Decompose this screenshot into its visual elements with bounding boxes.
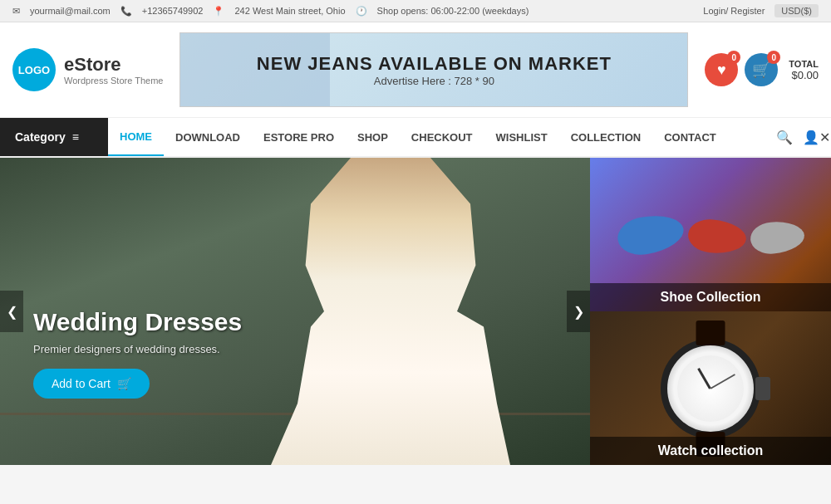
hours-text: Shop opens: 06:00-22:00 (weekdays) bbox=[377, 6, 529, 16]
hero-subtitle: Premier designers of wedding dresses. bbox=[33, 343, 242, 355]
login-register-link[interactable]: Login/ Register bbox=[703, 6, 765, 16]
header-icons: ♥ 0 🛒 0 TOTAL $0.00 bbox=[705, 53, 819, 86]
nav-icons: 🔍 👤✕ bbox=[770, 122, 831, 152]
watch-strap-top bbox=[696, 321, 725, 345]
brand-name: eStore bbox=[64, 54, 163, 76]
currency-selector[interactable]: USD($) bbox=[774, 4, 819, 17]
top-bar: ✉ yourmail@mail.com 📞 +12365749902 📍 242… bbox=[0, 0, 831, 22]
logo-area: LOGO eStore Wordpress Store Theme bbox=[12, 48, 163, 91]
address-text: 242 West Main street, Ohio bbox=[234, 6, 345, 16]
nav-link-estore-pro[interactable]: ESTORE PRO bbox=[252, 118, 346, 156]
nav-link-home[interactable]: HOME bbox=[108, 118, 164, 156]
watch-hour-hand bbox=[697, 368, 711, 389]
brand-tagline: Wordpress Store Theme bbox=[64, 76, 163, 86]
nav-link-download[interactable]: DOWNLOAD bbox=[164, 118, 252, 156]
nav-link-shop[interactable]: SHOP bbox=[346, 118, 400, 156]
watch-display bbox=[661, 339, 760, 438]
email-icon: ✉ bbox=[12, 6, 20, 17]
cart-icon: 🛒 bbox=[117, 377, 131, 390]
cart-badge: 0 bbox=[767, 51, 780, 64]
header: LOGO eStore Wordpress Store Theme NEW JE… bbox=[0, 22, 831, 118]
top-bar-right: Login/ Register USD($) bbox=[703, 4, 819, 17]
phone-text: +12365749902 bbox=[142, 6, 204, 16]
banner-ad[interactable]: NEW JEANS AVAILABLE ON MARKET Advertise … bbox=[179, 32, 688, 107]
phone-icon: 📞 bbox=[120, 6, 132, 17]
hero-slider: Wedding Dresses Premier designers of wed… bbox=[0, 158, 590, 465]
shoe-gray bbox=[749, 219, 805, 256]
banner-ad-inner: NEW JEANS AVAILABLE ON MARKET Advertise … bbox=[257, 53, 612, 87]
banner-subtitle: Advertise Here : 728 * 90 bbox=[257, 75, 612, 87]
shoe-blue bbox=[614, 210, 686, 258]
watch-face bbox=[677, 355, 744, 422]
slider-prev-button[interactable]: ❮ bbox=[0, 291, 23, 332]
shoe-display bbox=[601, 199, 821, 270]
wishlist-badge: 0 bbox=[727, 51, 740, 64]
watch-minute-hand bbox=[711, 374, 735, 389]
hero-overlay: Wedding Dresses Premier designers of wed… bbox=[33, 308, 242, 399]
main-content: Wedding Dresses Premier designers of wed… bbox=[0, 158, 831, 465]
nav-link-collection[interactable]: COLLECTION bbox=[559, 118, 653, 156]
shoe-red bbox=[686, 218, 747, 256]
logo-text: eStore Wordpress Store Theme bbox=[64, 54, 163, 86]
watch-crown bbox=[755, 377, 770, 400]
top-bar-left: ✉ yourmail@mail.com 📞 +12365749902 📍 242… bbox=[12, 6, 529, 17]
hero-woman-silhouette bbox=[258, 158, 524, 465]
total-display: TOTAL $0.00 bbox=[789, 59, 819, 81]
banner-title: NEW JEANS AVAILABLE ON MARKET bbox=[257, 53, 612, 75]
wishlist-button[interactable]: ♥ 0 bbox=[705, 53, 738, 86]
nav-links: HOME DOWNLOAD ESTORE PRO SHOP CHECKOUT W… bbox=[108, 118, 770, 156]
menu-icon: ≡ bbox=[72, 130, 79, 144]
logo-circle[interactable]: LOGO bbox=[12, 48, 56, 91]
nav-link-wishlist[interactable]: WISHLIST bbox=[484, 118, 559, 156]
total-amount: $0.00 bbox=[789, 69, 819, 81]
shoe-panel-label: Shoe Collection bbox=[590, 283, 831, 311]
nav-link-contact[interactable]: CONTACT bbox=[652, 118, 728, 156]
nav-bar: Category ≡ HOME DOWNLOAD ESTORE PRO SHOP… bbox=[0, 118, 831, 158]
location-icon: 📍 bbox=[213, 6, 224, 17]
user-nav-button[interactable]: 👤✕ bbox=[801, 122, 831, 152]
category-button[interactable]: Category ≡ bbox=[0, 118, 108, 156]
category-label: Category bbox=[15, 130, 66, 144]
hero-title: Wedding Dresses bbox=[33, 308, 242, 336]
side-panels: Shoe Collection Watch collection bbox=[590, 158, 831, 465]
search-nav-button[interactable]: 🔍 bbox=[770, 122, 799, 152]
add-to-cart-label: Add to Cart bbox=[52, 377, 111, 390]
cart-button[interactable]: 🛒 0 bbox=[745, 53, 778, 86]
total-label: TOTAL bbox=[789, 59, 819, 69]
watch-panel-label: Watch collection bbox=[590, 437, 831, 465]
nav-link-checkout[interactable]: CHECKOUT bbox=[400, 118, 484, 156]
shoe-panel[interactable]: Shoe Collection bbox=[590, 158, 831, 311]
add-to-cart-button[interactable]: Add to Cart 🛒 bbox=[33, 369, 150, 399]
email-text: yourmail@mail.com bbox=[30, 6, 111, 16]
clock-icon: 🕐 bbox=[356, 6, 367, 17]
slider-next-button[interactable]: ❯ bbox=[567, 291, 590, 332]
watch-panel[interactable]: Watch collection bbox=[590, 311, 831, 465]
hero-woman-figure bbox=[258, 158, 524, 465]
